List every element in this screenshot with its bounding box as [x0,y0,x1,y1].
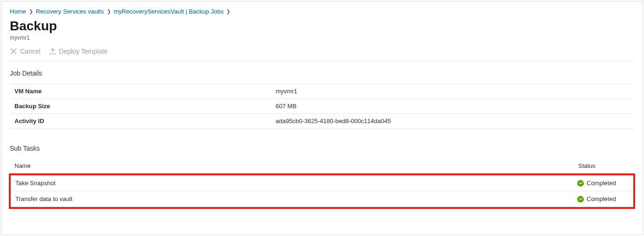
success-icon [577,196,584,202]
cancel-label: Cancel [20,48,41,55]
deploy-template-label: Deploy Template [59,48,108,55]
backup-job-panel: Home ❯ Recovery Services vaults ❯ myReco… [1,1,643,235]
status-badge: Completed [577,180,629,187]
subtask-row: Transfer data to vault Completed [11,191,633,207]
status-badge: Completed [577,195,629,202]
detail-row-backup-size: Backup Size 607 MB [10,99,634,114]
detail-label: Activity ID [10,114,271,129]
breadcrumb-recovery-vaults[interactable]: Recovery Services vaults [36,8,104,15]
upload-icon [49,48,56,55]
breadcrumb-home[interactable]: Home [10,8,26,15]
status-text: Completed [587,195,616,202]
page-subtitle: myvmr1 [10,35,634,41]
page-title: Backup [10,19,634,34]
detail-label: Backup Size [10,99,271,114]
subtask-name: Take Snapshot [11,175,573,191]
status-text: Completed [587,180,616,187]
chevron-right-icon: ❯ [29,8,33,14]
subtask-name: Transfer data to vault [11,191,573,207]
toolbar: Cancel Deploy Template [10,48,634,61]
column-header-name[interactable]: Name [10,159,574,174]
close-icon [10,48,17,55]
detail-label: VM Name [10,84,271,99]
sub-tasks-heading: Sub Tasks [10,145,634,152]
highlighted-subtasks: Take Snapshot Completed Transfer data to… [9,174,635,209]
detail-value: 607 MB [271,99,634,114]
job-details-heading: Job Details [10,69,634,77]
detail-value: ada95cb0-3625-4180-bed8-000c114da045 [271,114,634,129]
breadcrumb: Home ❯ Recovery Services vaults ❯ myReco… [10,8,634,15]
detail-row-vm-name: VM Name myvmr1 [10,84,634,99]
job-details-table: VM Name myvmr1 Backup Size 607 MB Activi… [10,83,634,129]
breadcrumb-backup-jobs[interactable]: myRecoveryServicesVault | Backup Jobs [114,8,224,15]
subtask-row: Take Snapshot Completed [11,175,633,191]
sub-tasks-table: Name Status [10,159,634,174]
deploy-template-button[interactable]: Deploy Template [49,48,108,55]
detail-value: myvmr1 [271,84,634,99]
success-icon [577,180,584,187]
cancel-button[interactable]: Cancel [10,48,41,55]
sub-tasks-rows: Take Snapshot Completed Transfer data to… [11,175,633,207]
column-header-status[interactable]: Status [574,159,634,174]
chevron-right-icon: ❯ [107,8,111,14]
chevron-right-icon: ❯ [226,8,230,14]
detail-row-activity-id: Activity ID ada95cb0-3625-4180-bed8-000c… [10,114,634,129]
